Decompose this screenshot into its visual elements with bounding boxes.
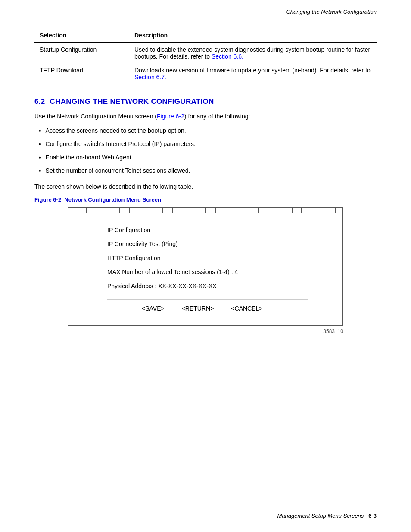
- mockup-content: IP ConfigurationIP Connectivity Test (Pi…: [81, 221, 330, 316]
- figure-title: Network Configuration Menu Screen: [64, 196, 161, 203]
- mockup-menu-item: IP Connectivity Test (Ping): [107, 239, 308, 249]
- figure-caption: Figure 6-2 Network Configuration Menu Sc…: [34, 196, 377, 203]
- section-heading: 6.2 CHANGING THE NETWORK CONFIGURATION: [34, 97, 377, 106]
- mockup-menu-item: MAX Number of allowed Telnet sessions (1…: [107, 267, 308, 277]
- table-row: Startup ConfigurationUsed to disable the…: [34, 43, 377, 64]
- bullet-list: Access the screens needed to set the boo…: [34, 126, 377, 176]
- bullet-item: Set the number of concurrent Telnet sess…: [39, 166, 377, 176]
- mockup-tab-2: [129, 207, 163, 213]
- mockup-bottom-bar: <SAVE><RETURN><CANCEL>: [107, 299, 308, 312]
- mockup-image-number: 3583_10: [68, 328, 343, 334]
- mockup-tabs: [68, 207, 342, 215]
- table-cell-description: Used to disable the extended system diag…: [129, 43, 377, 64]
- footer-page-num: 6-3: [368, 513, 377, 519]
- mockup-menu-item: IP Configuration: [107, 225, 308, 235]
- mockup-tab-3: [172, 207, 206, 213]
- section-title: CHANGING THE NETWORK CONFIGURATION: [50, 97, 214, 106]
- table-cell-description: Downloads new version of firmware to upd…: [129, 63, 377, 84]
- mockup-action-button[interactable]: <CANCEL>: [231, 305, 262, 312]
- table-header-selection: Selection: [34, 28, 129, 43]
- table-row: TFTP DownloadDownloads new version of fi…: [34, 63, 377, 84]
- mockup-tab-1: [86, 207, 120, 213]
- closing-text: The screen shown below is described in t…: [34, 182, 377, 191]
- bullet-item: Configure the switch’s Internet Protocol…: [39, 140, 377, 149]
- mockup-menu-items: IP ConfigurationIP Connectivity Test (Pi…: [107, 225, 308, 291]
- mockup-menu-item: Physical Address : XX-XX-XX-XX-XX-XX: [107, 281, 308, 291]
- mockup-action-button[interactable]: <RETURN>: [182, 305, 214, 312]
- intro-text: Use the Network Configuration Menu scree…: [34, 113, 157, 120]
- bullet-item: Access the screens needed to set the boo…: [39, 126, 377, 136]
- mockup-tab-6: [301, 207, 336, 213]
- header-title: Changing the Network Configuration: [286, 9, 377, 15]
- config-table: Selection Description Startup Configurat…: [34, 28, 377, 84]
- figure-6-2-link[interactable]: Figure 6-2: [157, 113, 184, 120]
- bullet-item: Enable the on-board Web Agent.: [39, 153, 377, 163]
- section-number: 6.2: [34, 97, 45, 106]
- figure-label: Figure 6-2: [34, 196, 61, 203]
- intro-suffix: ) for any of the following:: [184, 113, 250, 120]
- table-link[interactable]: Section 6.6.: [212, 53, 243, 60]
- footer-text: Management Setup Menu Screens: [277, 513, 364, 519]
- table-header-description: Description: [129, 28, 377, 43]
- table-cell-selection: TFTP Download: [34, 63, 129, 84]
- page-header: Changing the Network Configuration: [34, 9, 377, 19]
- mockup-tab-4: [215, 207, 249, 213]
- screen-mockup: IP ConfigurationIP Connectivity Test (Pi…: [68, 207, 343, 326]
- mockup-menu-item: HTTP Configuration: [107, 253, 308, 263]
- page-wrapper: Changing the Network Configuration Selec…: [0, 0, 411, 532]
- mockup-action-button[interactable]: <SAVE>: [142, 305, 165, 312]
- table-link[interactable]: Section 6.7.: [134, 74, 166, 81]
- table-cell-selection: Startup Configuration: [34, 43, 129, 64]
- section-intro: Use the Network Configuration Menu scree…: [34, 112, 377, 121]
- page-footer: Management Setup Menu Screens 6-3: [277, 513, 377, 519]
- mockup-tab-5: [258, 207, 293, 213]
